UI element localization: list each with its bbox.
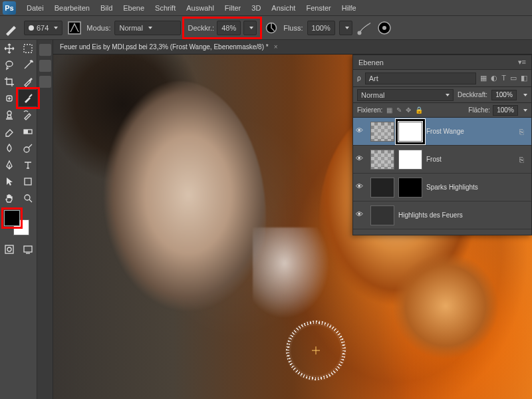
opacity-value: 48% [221,24,236,32]
blur-tool[interactable] [0,140,19,156]
gradient-tool[interactable] [19,123,37,140]
link-icon[interactable]: ⎘ [519,156,529,164]
layer-name[interactable]: Frost Wange [426,128,515,135]
eyedropper-tool[interactable] [19,73,37,90]
layer-blend-select[interactable]: Normal [357,89,454,101]
tool-preset-icon[interactable] [4,20,20,36]
marquee-tool[interactable] [19,40,37,57]
opacity-input[interactable]: 48% [217,21,241,35]
brush-panel-toggle-icon[interactable] [66,20,82,36]
history-brush-tool[interactable] [19,106,37,123]
foreground-swatch[interactable] [4,210,20,226]
shape-tool[interactable] [19,173,37,190]
visibility-icon[interactable]: 👁 [356,126,366,137]
panel-menu-icon[interactable]: ▾≡ [518,58,526,66]
menu-view[interactable]: Ansicht [266,0,301,16]
layer-name[interactable]: Highlights des Feuers [398,211,529,219]
menu-window[interactable]: Fenster [301,0,336,16]
wand-tool[interactable] [19,57,37,73]
panel-tab-icon[interactable] [39,76,51,88]
filter-adjust-icon[interactable]: ◐ [491,74,497,82]
panel-tab-icon[interactable] [39,60,51,72]
layer-thumbnail[interactable] [370,122,394,142]
lock-all-icon[interactable]: 🔒 [415,106,423,114]
color-swatches[interactable] [4,210,29,235]
close-icon[interactable]: × [274,43,278,51]
menu-edit[interactable]: Bearbeiten [49,0,95,16]
flow-label: Fluss: [283,24,303,32]
visibility-icon[interactable]: 👁 [356,154,366,165]
filter-pixel-icon[interactable]: ▦ [480,74,487,82]
zoom-tool[interactable] [19,190,37,206]
path-select-tool[interactable] [0,173,19,190]
svg-point-6 [6,61,13,66]
menu-help[interactable]: Hilfe [336,0,362,16]
menu-image[interactable]: Bild [95,0,118,16]
pen-tool[interactable] [0,156,19,173]
mode-label: Modus: [86,24,110,32]
lasso-tool[interactable] [0,57,19,73]
airbrush-icon[interactable] [356,20,372,36]
mask-thumbnail[interactable] [398,150,422,170]
chevron-down-icon [148,27,152,29]
screenmode-toggle[interactable] [19,241,37,257]
flow-input[interactable]: 100% [307,21,335,35]
crop-tool[interactable] [0,73,19,90]
pressure-opacity-icon[interactable] [263,20,279,36]
eraser-tool[interactable] [0,123,19,140]
blend-mode-select[interactable]: Normal [114,21,181,35]
layer-opacity-input[interactable]: 100% [491,90,517,100]
layer-name[interactable]: Frost [426,156,515,163]
layer-row[interactable]: 👁 Frost Wange ⎘ [353,118,531,146]
pressure-size-icon[interactable] [376,20,392,36]
brush-size-picker[interactable]: 674 [24,21,63,35]
menu-layer[interactable]: Ebene [118,0,150,16]
menu-file[interactable]: Datei [21,0,49,16]
filter-smart-icon[interactable]: ◧ [521,74,527,82]
heal-tool[interactable] [0,90,19,106]
mask-thumbnail[interactable] [398,178,422,198]
flow-dropdown[interactable] [339,21,352,35]
quickmask-toggle[interactable] [0,241,19,257]
canvas[interactable]: Ebenen ▾≡ ρ Art ▦ ◐ T ▭ ◧ [53,55,532,399]
panel-tab-icon[interactable] [39,44,51,56]
layer-filter-select[interactable]: Art [365,72,477,84]
lock-pixels-icon[interactable]: ✎ [396,106,402,114]
layer-thumbnail[interactable] [370,178,394,198]
chevron-down-icon [54,27,58,29]
layers-list: 👁 Frost Wange ⎘ 👁 Frost ⎘ 👁 [353,118,531,229]
dodge-tool[interactable] [19,140,37,156]
type-tool[interactable] [19,156,37,173]
layer-row[interactable]: 👁 Sparks Highlights [353,174,531,201]
brush-size-value: 674 [37,24,49,32]
layer-name[interactable]: Sparks Highlights [426,184,529,191]
filter-type-icon[interactable]: T [501,74,506,82]
document-tab[interactable]: Feuer und Eis by MDI.psd bei 23,3% (Fros… [53,40,532,55]
stamp-tool[interactable] [0,106,19,123]
layer-thumbnail[interactable] [370,150,394,170]
mask-thumbnail[interactable] [398,122,422,142]
layer-row[interactable]: 👁 Frost ⎘ [353,146,531,174]
filter-shape-icon[interactable]: ▭ [510,74,517,82]
collapsed-panels[interactable] [37,40,53,399]
lock-transparent-icon[interactable]: ▦ [386,106,392,114]
svg-point-2 [357,31,361,35]
link-icon[interactable]: ⎘ [519,128,529,136]
visibility-icon[interactable]: 👁 [356,210,366,221]
layer-row[interactable]: 👁 Highlights des Feuers [353,201,531,229]
lock-position-icon[interactable]: ✥ [406,106,411,114]
opacity-dropdown[interactable] [243,21,257,35]
fill-input[interactable]: 100% [493,105,518,116]
menu-type[interactable]: Schrift [150,0,181,16]
menu-select[interactable]: Auswahl [181,0,219,16]
chevron-down-icon[interactable] [523,109,527,112]
hand-tool[interactable] [0,190,19,206]
move-tool[interactable] [0,40,19,57]
layer-thumbnail[interactable] [370,205,394,225]
menu-3d[interactable]: 3D [246,0,266,16]
panel-title: Ebenen [358,59,384,66]
visibility-icon[interactable]: 👁 [356,182,366,193]
chevron-down-icon[interactable] [523,94,527,96]
brush-tool[interactable] [19,90,37,106]
menu-filter[interactable]: Filter [219,0,246,16]
